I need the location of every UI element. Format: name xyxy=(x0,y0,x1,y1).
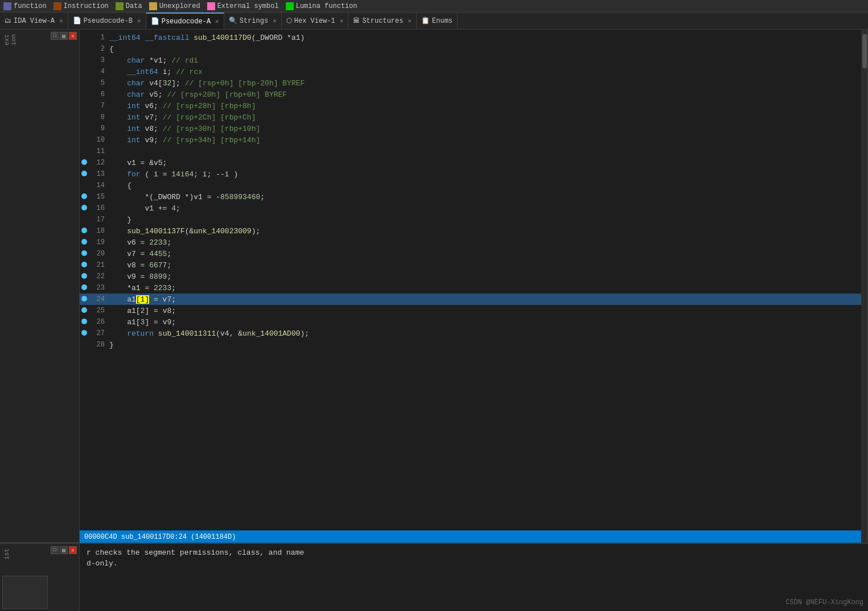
code-line-9[interactable]: 9 int v8; // [rsp+30h] [rbp+10h] xyxy=(80,123,868,134)
tab-pseudo-b-close[interactable]: ✕ xyxy=(137,17,141,24)
tab-structures-label: Structures xyxy=(362,17,403,25)
code-line-27[interactable]: 27 return sub_140011311(v4, &unk_14001AD… xyxy=(80,328,868,339)
code-line-10[interactable]: 10 int v9; // [rsp+34h] [rbp+14h] xyxy=(80,134,868,146)
line-number-25: 25 xyxy=(89,307,109,315)
line-number-28: 28 xyxy=(89,341,109,349)
code-line-8[interactable]: 8 int v7; // [rsp+2Ch] [rbp+Ch] xyxy=(80,112,868,123)
bottom-text-1: r checks the segment permissions, class,… xyxy=(87,548,861,557)
line-number-11: 11 xyxy=(89,147,109,155)
code-line-28[interactable]: 28} xyxy=(80,339,868,350)
line-number-15: 15 xyxy=(89,193,109,201)
code-line-14[interactable]: 14 { xyxy=(80,180,868,191)
code-statusbar: 00000C4D sub_1400117D0:24 (14001184D) xyxy=(80,530,868,543)
code-line-18[interactable]: 18 sub_14001137F(&unk_140023009); xyxy=(80,225,868,237)
code-line-19[interactable]: 19 v6 = 2233; xyxy=(80,237,868,248)
line-number-9: 9 xyxy=(89,125,109,133)
tab-ida-view-a[interactable]: 🗂 IDA View-A ✕ xyxy=(0,13,68,29)
line-number-8: 8 xyxy=(89,113,109,121)
code-line-5[interactable]: 5 char v4[32]; // [rsp+0h] [rbp-20h] BYR… xyxy=(80,77,868,89)
bullet-dot-23 xyxy=(81,284,87,290)
code-line-24[interactable]: 24 a1[1] = v7; xyxy=(80,294,868,305)
tab-pseudo-a-icon: 📄 xyxy=(151,17,159,26)
sidebar-top-text-ext: ext xyxy=(3,34,10,46)
bottom-canvas xyxy=(2,576,48,609)
code-line-25[interactable]: 25 a1[2] = v8; xyxy=(80,305,868,316)
legend-data-color xyxy=(116,2,124,10)
main-area: □ ▤ ✕ ext ion 1__int64 __fastcall sub_14… xyxy=(0,30,868,543)
tab-pseudocode-b[interactable]: 📄 Pseudocode-B ✕ xyxy=(68,13,146,29)
line-number-1: 1 xyxy=(89,34,109,42)
code-line-3[interactable]: 3 char *v1; // rdi xyxy=(80,55,868,66)
tab-pseudo-b-icon: 📄 xyxy=(73,16,81,25)
code-line-15[interactable]: 15 *(_DWORD *)v1 = -858993460; xyxy=(80,191,868,203)
tab-structures[interactable]: 🏛 Structures ✕ xyxy=(348,13,417,29)
tab-strings-label: Strings xyxy=(240,17,268,25)
code-line-4[interactable]: 4 __int64 i; // rcx xyxy=(80,66,868,77)
tab-strings[interactable]: 🔍 Strings ✕ xyxy=(224,13,282,29)
line-content-13: for ( i = 14i64; i; --i ) xyxy=(109,170,238,179)
code-line-20[interactable]: 20 v7 = 4455; xyxy=(80,248,868,259)
line-number-10: 10 xyxy=(89,136,109,144)
tab-structures-close[interactable]: ✕ xyxy=(408,17,412,24)
line-content-26: a1[3] = v9; xyxy=(109,318,176,327)
legend-external-label: External symbol xyxy=(217,2,279,10)
code-line-2[interactable]: 2{ xyxy=(80,43,868,55)
line-content-5: char v4[32]; // [rsp+0h] [rbp-20h] BYREF xyxy=(109,79,305,88)
tab-strings-close[interactable]: ✕ xyxy=(273,17,277,24)
line-content-12: v1 = &v5; xyxy=(109,159,167,167)
tab-hex-view-1[interactable]: ⬡ Hex View-1 ✕ xyxy=(282,13,349,29)
sidebar-scrollbar[interactable] xyxy=(861,30,868,543)
tab-ida-close[interactable]: ✕ xyxy=(59,17,63,24)
tab-pseudo-a-close[interactable]: ✕ xyxy=(215,18,219,25)
code-line-1[interactable]: 1__int64 __fastcall sub_1400117D0(_DWORD… xyxy=(80,32,868,43)
line-number-7: 7 xyxy=(89,102,109,110)
code-line-17[interactable]: 17 } xyxy=(80,214,868,225)
line-content-15: *(_DWORD *)v1 = -858993460; xyxy=(109,193,265,201)
line-bullet-26 xyxy=(80,318,89,327)
line-number-19: 19 xyxy=(89,238,109,246)
line-content-8: int v7; // [rsp+2Ch] [rbp+Ch] xyxy=(109,113,256,122)
line-content-16: v1 += 4; xyxy=(109,204,180,213)
code-line-11[interactable]: 11 xyxy=(80,146,868,157)
line-content-7: int v6; // [rsp+28h] [rbp+8h] xyxy=(109,102,256,110)
bottom-sidebar: □ ▤ ✕ ist r checks the segment permissio… xyxy=(0,544,868,611)
sidebar-top-panel: □ ▤ ✕ ext ion xyxy=(0,30,79,543)
sidebar-top-controls: □ ▤ ✕ xyxy=(51,32,77,40)
tab-enums[interactable]: 📋 Enums xyxy=(417,13,458,29)
tab-pseudocode-a[interactable]: 📄 Pseudocode-A ✕ xyxy=(146,13,224,29)
sidebar-top-close[interactable]: ✕ xyxy=(69,32,77,40)
code-line-26[interactable]: 26 a1[3] = v9; xyxy=(80,316,868,328)
line-number-22: 22 xyxy=(89,273,109,280)
line-content-25: a1[2] = v8; xyxy=(109,307,176,315)
code-line-21[interactable]: 21 v8 = 6677; xyxy=(80,259,868,271)
line-number-3: 3 xyxy=(89,56,109,64)
line-number-12: 12 xyxy=(89,159,109,167)
line-number-5: 5 xyxy=(89,79,109,87)
code-scroll[interactable]: 1__int64 __fastcall sub_1400117D0(_DWORD… xyxy=(80,30,868,530)
code-line-6[interactable]: 6 char v5; // [rsp+20h] [rbp+0h] BYREF xyxy=(80,89,868,100)
statusbar-text: 00000C4D sub_1400117D0:24 (14001184D) xyxy=(84,533,236,541)
tab-hex-close[interactable]: ✕ xyxy=(340,17,344,24)
code-line-13[interactable]: 13 for ( i = 14i64; i; --i ) xyxy=(80,168,868,180)
line-content-2: { xyxy=(109,45,114,53)
sidebar-top-minimize[interactable]: □ xyxy=(51,32,59,40)
line-number-6: 6 xyxy=(89,90,109,98)
code-line-12[interactable]: 12 v1 = &v5; xyxy=(80,157,868,168)
code-line-22[interactable]: 22 v9 = 8899; xyxy=(80,271,868,282)
code-line-16[interactable]: 16 v1 += 4; xyxy=(80,203,868,214)
line-content-28: } xyxy=(109,341,114,349)
bullet-dot-18 xyxy=(81,228,87,233)
line-content-23: *a1 = 2233; xyxy=(109,284,176,292)
tab-strings-icon: 🔍 xyxy=(229,16,237,25)
line-bullet-16 xyxy=(80,204,89,213)
code-area: 1__int64 __fastcall sub_1400117D0(_DWORD… xyxy=(80,30,868,543)
line-bullet-25 xyxy=(80,307,89,315)
code-line-7[interactable]: 7 int v6; // [rsp+28h] [rbp+8h] xyxy=(80,100,868,112)
bullet-dot-22 xyxy=(81,273,87,279)
scrollbar-thumb[interactable] xyxy=(862,34,867,68)
legend-instruction-color xyxy=(54,2,61,10)
sidebar-top-restore[interactable]: ▤ xyxy=(60,32,68,40)
code-line-23[interactable]: 23 *a1 = 2233; xyxy=(80,282,868,294)
line-bullet-18 xyxy=(80,227,89,236)
line-number-26: 26 xyxy=(89,318,109,326)
